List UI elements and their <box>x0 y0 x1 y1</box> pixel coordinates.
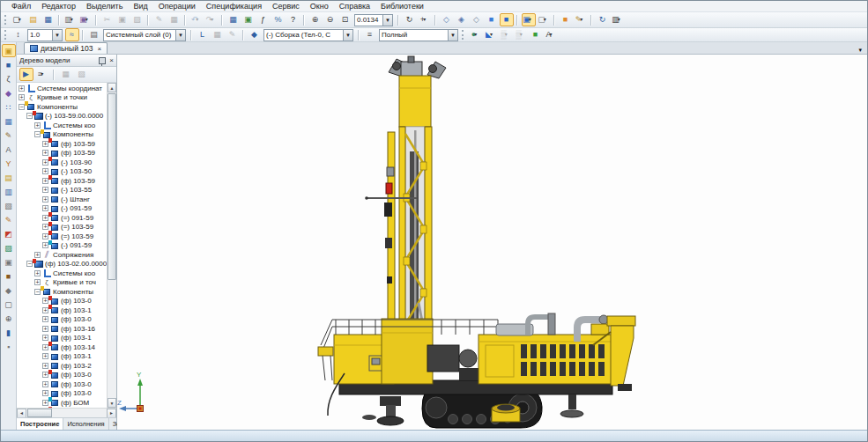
tree-item[interactable]: +(-) 103-50 <box>17 167 107 177</box>
tree-expand-toggle[interactable]: + <box>42 390 48 396</box>
layers-panel-button[interactable]: ▧ <box>2 199 16 212</box>
tree-expand-toggle[interactable]: + <box>42 196 48 203</box>
dropdown-arrow-icon[interactable]: ▼ <box>175 30 185 41</box>
measure-panel-button[interactable]: A <box>2 143 16 156</box>
scroll-thumb-horizontal[interactable] <box>27 409 52 417</box>
dropdown-arrow-icon[interactable]: ▾ <box>211 14 216 26</box>
tree-expand-toggle[interactable]: + <box>42 141 48 147</box>
tree-item[interactable]: +(-) 091-59 <box>17 241 107 251</box>
tree-expand-toggle[interactable]: + <box>42 159 48 166</box>
dimensions-button[interactable]: A▾ <box>544 28 558 41</box>
tree-tab-2[interactable]: Исполнения <box>63 418 108 430</box>
tree-tab-1[interactable]: Построение <box>17 418 63 430</box>
tree-item[interactable]: +ζКривые и точ <box>17 278 107 288</box>
tree-expand-toggle[interactable]: + <box>42 381 48 387</box>
tree-structure-button[interactable]: ▶ <box>19 68 33 81</box>
context-help-button[interactable]: ? <box>286 13 300 26</box>
tree-expand-toggle[interactable]: + <box>34 122 41 129</box>
menu-item-редактор[interactable]: Редактор <box>36 2 81 11</box>
tree-expand-toggle[interactable]: + <box>42 400 48 406</box>
tree-expand-toggle[interactable]: + <box>42 353 48 359</box>
tree-expand-toggle[interactable]: + <box>42 307 48 313</box>
view-panel-button[interactable]: ▢ <box>2 298 16 311</box>
curves-panel-button[interactable]: ζ <box>2 72 16 85</box>
tree-item[interactable]: +(-) 103-55 <box>17 186 107 195</box>
print-button[interactable]: ▥▾ <box>63 13 78 26</box>
tree-item[interactable]: +(ф) 103-1 <box>17 306 107 315</box>
dropdown-arrow-icon[interactable]: ▾ <box>550 29 555 41</box>
tree-expand-toggle[interactable]: + <box>34 270 41 276</box>
dropdown-arrow-icon[interactable]: ▾ <box>474 29 479 41</box>
dropdown-arrow-icon[interactable]: ▼ <box>52 30 62 41</box>
tree-expand-toggle[interactable]: + <box>42 344 48 350</box>
refresh-view-button[interactable]: ↻ <box>403 13 417 26</box>
model-panel-button[interactable]: ■ <box>2 58 16 71</box>
menu-item-библиотеки[interactable]: Библиотеки <box>375 2 429 11</box>
tree-expand-toggle[interactable]: + <box>42 150 48 156</box>
snap-toggle-button[interactable]: ≈ <box>65 28 79 41</box>
tree-expand-toggle[interactable]: − <box>34 131 41 137</box>
toolbar-drag-handle[interactable] <box>4 30 9 40</box>
tree-item[interactable]: +Системы коо <box>17 269 107 278</box>
rebuild-model-button[interactable]: ↻ <box>596 13 610 26</box>
perspective-button[interactable]: ■ <box>559 13 573 26</box>
reports-panel-button[interactable]: ▥ <box>2 185 16 198</box>
tree-expand-toggle[interactable]: + <box>19 85 25 92</box>
dropdown-arrow-icon[interactable]: ▾ <box>41 69 46 80</box>
dropdown-arrow-icon[interactable]: ▾ <box>490 29 495 41</box>
tree-item[interactable]: +(ф) 103-59 <box>17 149 107 158</box>
wireframe-mode-button[interactable]: ▢▾ <box>537 13 551 26</box>
tree-expand-toggle[interactable]: − <box>34 289 41 295</box>
dropdown-arrow-icon[interactable]: ▾ <box>580 14 585 26</box>
tree-expand-toggle[interactable]: + <box>42 372 48 378</box>
tree-item[interactable]: +ζКривые и точки <box>17 93 107 103</box>
scroll-thumb[interactable] <box>108 93 116 280</box>
orient-iso-button[interactable]: ◇ <box>470 13 484 26</box>
scroll-down-icon[interactable]: ▼ <box>108 398 116 408</box>
specification-button[interactable]: % <box>271 13 286 26</box>
tree-expand-toggle[interactable]: + <box>42 326 48 332</box>
rotate-view-button[interactable]: ◇ <box>440 13 454 26</box>
toolbar-drag-handle[interactable] <box>4 15 9 25</box>
scroll-up-icon[interactable]: ▲ <box>108 83 116 92</box>
cut-button[interactable]: ✂ <box>100 13 115 26</box>
color-settings-button[interactable]: ■ <box>529 28 543 41</box>
zoom-area-button[interactable]: ⊡ <box>338 13 352 26</box>
tree-expand-toggle[interactable]: + <box>42 316 48 322</box>
display-mode-button[interactable]: ▣▾ <box>522 13 536 26</box>
sketch-button[interactable]: ✎▾ <box>574 13 588 26</box>
dropdown-arrow-icon[interactable]: ▾ <box>520 29 525 41</box>
tools-panel-button[interactable]: ◆ <box>2 284 16 297</box>
tree-relations-button[interactable]: ▦ <box>59 68 73 81</box>
macro-panel-button[interactable]: ▣ <box>2 255 16 269</box>
variables-window-button[interactable]: ▦ <box>226 13 241 26</box>
tree-item[interactable]: +Системы коо <box>17 121 107 130</box>
model-windows-button[interactable]: ▥▾ <box>611 13 625 26</box>
dropdown-arrow-icon[interactable]: ▼ <box>382 15 392 26</box>
edit-target-button[interactable]: ◆ <box>248 28 262 41</box>
array-panel-button[interactable]: ▦ <box>2 114 16 128</box>
tree-item[interactable]: +(ф) 103-0 <box>17 389 107 399</box>
menu-item-операции[interactable]: Операции <box>153 2 201 11</box>
tree-item[interactable]: −(-) 103-59.00.0000 <box>17 112 107 122</box>
menu-item-файл[interactable]: Файл <box>6 2 36 11</box>
undo-button[interactable]: ↶▾ <box>189 13 204 26</box>
pin-icon[interactable] <box>99 57 106 64</box>
edit-part-panel-button[interactable]: ✎ <box>2 213 16 226</box>
layer-combo[interactable]: Системный слой (0)▼ <box>103 29 186 41</box>
tree-item[interactable]: −(ф) 103-02.00.0000 <box>17 260 107 269</box>
paste-button[interactable]: ▨ <box>130 13 145 26</box>
open-document-button[interactable]: ▤ <box>26 13 41 26</box>
tree-expand-toggle[interactable]: + <box>42 298 48 304</box>
tree-expand-toggle[interactable]: + <box>42 168 48 174</box>
dropdown-arrow-icon[interactable]: ▾ <box>19 14 24 26</box>
tree-expand-toggle[interactable]: + <box>42 335 48 341</box>
tree-item[interactable]: −Компоненты <box>17 287 107 297</box>
menu-item-выделить[interactable]: Выделить <box>81 2 129 11</box>
tree-item[interactable]: +(ф) 103-14 <box>17 343 107 352</box>
new-document-button[interactable]: ▢▾ <box>11 13 26 26</box>
redo-button[interactable]: ↷▾ <box>204 13 219 26</box>
dropdown-arrow-icon[interactable]: ▾ <box>423 14 428 26</box>
surfaces-panel-button[interactable]: ◆ <box>2 86 16 99</box>
dropdown-arrow-icon[interactable]: ▾ <box>85 14 91 26</box>
